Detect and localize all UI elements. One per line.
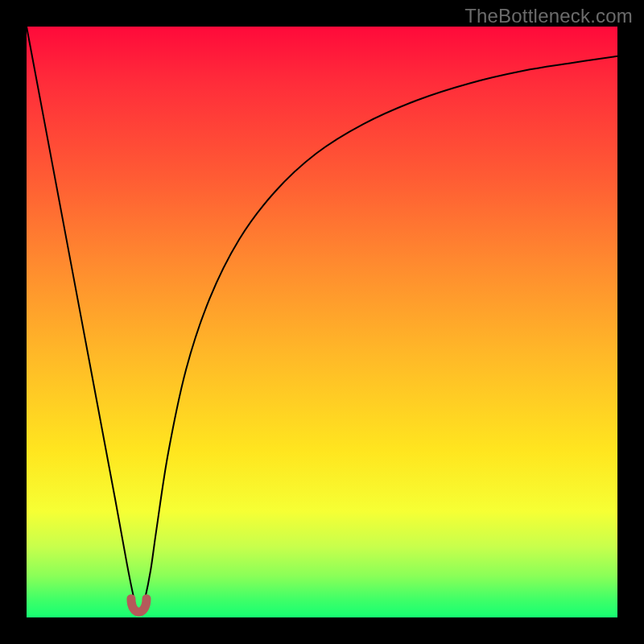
bottleneck-curve [27, 27, 617, 613]
bottom-u-cap [131, 599, 147, 613]
chart-frame: TheBottleneck.com [0, 0, 644, 644]
curve-layer [27, 27, 617, 617]
watermark-text: TheBottleneck.com [464, 5, 633, 27]
plot-area [27, 27, 617, 617]
